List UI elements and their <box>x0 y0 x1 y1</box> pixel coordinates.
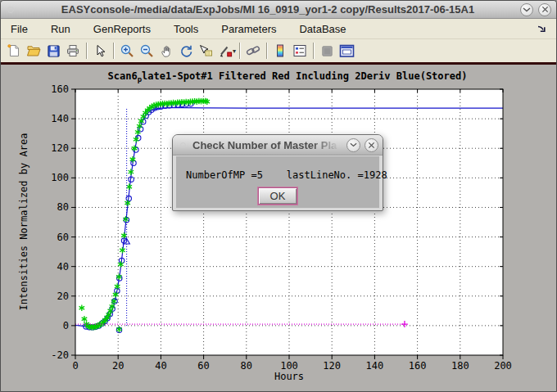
menu-bar: File Run GenReports Tools Parameters Dat… <box>1 19 556 39</box>
svg-text:80: 80 <box>57 201 69 213</box>
dock-arrow-icon[interactable] <box>537 24 546 36</box>
colorbar-icon[interactable] <box>270 41 290 61</box>
new-document-icon[interactable] <box>4 41 24 61</box>
plot-canvas[interactable]: 020406080100120140160180200-200204060801… <box>1 65 557 392</box>
pan-hand-icon[interactable] <box>156 41 176 61</box>
menu-item-parameters[interactable]: Parameters <box>220 21 278 37</box>
save-icon[interactable] <box>43 41 63 61</box>
y-axis-label: Intensities Normalized by Area <box>18 133 29 311</box>
close-icon <box>368 142 375 149</box>
toolbar-separator <box>313 43 314 59</box>
toolbar-separator <box>86 43 87 59</box>
ok-button[interactable]: OK <box>258 187 297 205</box>
dialog-titlebar[interactable]: Check Number of Master Pla <box>173 135 383 155</box>
menu-item-genreports[interactable]: GenReports <box>92 21 152 37</box>
svg-text:140: 140 <box>366 360 384 372</box>
svg-text:160: 160 <box>409 360 427 372</box>
svg-text:20: 20 <box>112 360 124 372</box>
menu-item-run[interactable]: Run <box>49 21 72 37</box>
toolbar-separator <box>239 43 240 59</box>
x-axis-label: Hours <box>274 371 304 382</box>
svg-text:-20: -20 <box>51 349 69 361</box>
svg-text:20: 20 <box>57 291 69 302</box>
print-icon[interactable] <box>63 41 83 61</box>
zoom-in-icon[interactable] <box>117 41 137 61</box>
plot-title-post: late1-Spot#1 Filtered Red Including 2Der… <box>142 70 467 82</box>
svg-text:180: 180 <box>451 360 469 372</box>
data-cursor-icon[interactable] <box>196 41 215 61</box>
window-icon <box>7 7 14 13</box>
window-title: EASYconsole-/media/data/ExpJobs/MI 16_09… <box>20 3 515 16</box>
svg-text:100: 100 <box>280 360 298 372</box>
toolbar: ▾ <box>1 39 556 62</box>
svg-text:0: 0 <box>72 360 78 372</box>
svg-text:40: 40 <box>155 360 166 372</box>
minimize-button[interactable] <box>520 3 533 16</box>
dialog-check-number-of-master-plates: Check Number of Master Pla NumberOfMP =5… <box>172 134 383 211</box>
svg-text:120: 120 <box>51 142 69 154</box>
dock-figure-icon[interactable] <box>337 41 356 61</box>
close-button[interactable] <box>538 3 551 16</box>
menu-item-database[interactable]: DataBase <box>297 21 347 37</box>
dialog-body: NumberOfMP =5 lastLineNo. =1928 OK <box>176 156 379 208</box>
open-folder-icon[interactable] <box>24 41 43 61</box>
figure-window: EASYconsole-/media/data/ExpJobs/MI 16_09… <box>0 0 557 392</box>
plot-tools-disabled-icon[interactable] <box>317 41 337 61</box>
svg-text:60: 60 <box>197 360 209 372</box>
toolbar-separator <box>266 43 267 59</box>
zoom-out-icon[interactable] <box>137 41 156 61</box>
svg-text:40: 40 <box>57 261 69 273</box>
svg-text:120: 120 <box>323 360 341 372</box>
toolbar-separator <box>113 43 114 59</box>
menu-item-file[interactable]: File <box>9 21 29 37</box>
cursor-arrow-icon[interactable] <box>90 41 110 61</box>
plot-title-pre: Scan6 <box>108 70 138 82</box>
dialog-message: NumberOfMP =5 lastLineNo. =1928 <box>186 169 387 181</box>
svg-text:100: 100 <box>51 172 69 183</box>
dialog-minimize-button[interactable] <box>346 138 360 152</box>
link-plots-icon[interactable] <box>243 41 263 61</box>
close-icon <box>541 6 549 13</box>
svg-text:60: 60 <box>57 232 69 243</box>
svg-text:200: 200 <box>494 360 512 372</box>
rotate-3d-icon[interactable] <box>176 41 196 61</box>
legend-icon[interactable] <box>290 41 310 61</box>
plot-title: Scan6plate1-Spot#1 Filtered Red Includin… <box>108 70 468 83</box>
svg-text:140: 140 <box>51 113 69 124</box>
svg-text:80: 80 <box>241 360 252 372</box>
brush-dropdown-caret-icon[interactable]: ▾ <box>233 47 236 55</box>
dialog-close-button[interactable] <box>365 138 378 152</box>
svg-text:160: 160 <box>51 83 69 95</box>
dialog-window-icon <box>180 142 186 148</box>
menu-item-tools[interactable]: Tools <box>172 21 200 37</box>
chevron-down-icon <box>523 7 531 12</box>
figure-area: 020406080100120140160180200-200204060801… <box>1 65 556 392</box>
svg-text:0: 0 <box>63 320 69 331</box>
chevron-down-icon <box>350 142 357 147</box>
window-titlebar[interactable]: EASYconsole-/media/data/ExpJobs/MI 16_09… <box>1 1 556 19</box>
dialog-title: Check Number of Master Pla <box>192 139 342 151</box>
